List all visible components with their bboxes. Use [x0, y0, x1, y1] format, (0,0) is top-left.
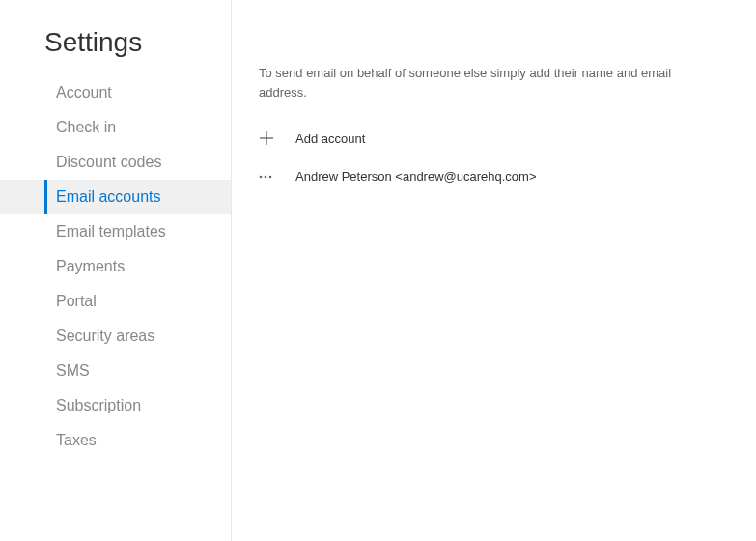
svg-point-2: [260, 175, 263, 178]
sidebar-item-email-accounts[interactable]: Email accounts: [0, 180, 231, 214]
svg-point-3: [265, 175, 267, 178]
settings-container: Settings AccountCheck inDiscount codesEm…: [0, 0, 756, 541]
sidebar-item-subscription[interactable]: Subscription: [0, 388, 231, 423]
sidebar-item-security-areas[interactable]: Security areas: [0, 319, 231, 354]
sidebar-item-account[interactable]: Account: [0, 75, 231, 110]
add-account-button[interactable]: Add account: [259, 125, 729, 152]
sidebar-item-sms[interactable]: SMS: [0, 354, 231, 388]
account-list: Andrew Peterson <andrew@ucarehq.com>: [259, 163, 729, 189]
svg-point-4: [269, 175, 272, 178]
pane-description: To send email on behalf of someone else …: [259, 64, 703, 101]
settings-sidebar: Settings AccountCheck inDiscount codesEm…: [0, 0, 232, 541]
page-title: Settings: [0, 27, 231, 58]
account-display: Andrew Peterson <andrew@ucarehq.com>: [286, 169, 537, 184]
plus-icon: [259, 130, 286, 146]
sidebar-item-payments[interactable]: Payments: [0, 249, 231, 284]
sidebar-item-portal[interactable]: Portal: [0, 284, 231, 319]
sidebar-item-discount-codes[interactable]: Discount codes: [0, 145, 231, 180]
add-account-label: Add account: [286, 131, 365, 146]
sidebar-item-email-templates[interactable]: Email templates: [0, 214, 231, 249]
settings-nav-list: AccountCheck inDiscount codesEmail accou…: [0, 75, 231, 458]
more-icon: [259, 175, 286, 179]
sidebar-item-check-in[interactable]: Check in: [0, 110, 231, 145]
account-row[interactable]: Andrew Peterson <andrew@ucarehq.com>: [259, 163, 729, 189]
sidebar-item-taxes[interactable]: Taxes: [0, 423, 231, 458]
main-pane: To send email on behalf of someone else …: [232, 0, 756, 541]
